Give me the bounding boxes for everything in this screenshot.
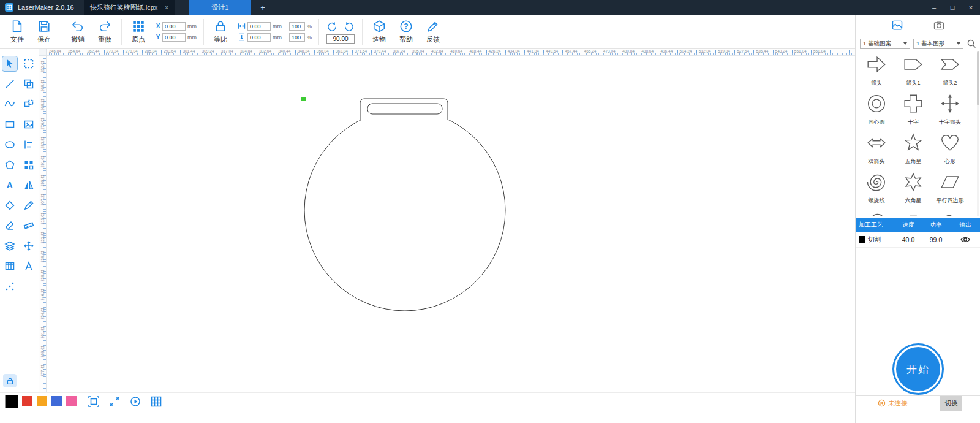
height-input[interactable]	[247, 33, 271, 42]
camera-icon[interactable]	[932, 19, 946, 31]
width-percent-input[interactable]	[289, 22, 305, 31]
file-label: 文件	[10, 35, 24, 44]
h-ruler-label: 535.44	[756, 49, 768, 53]
rotate-cw-icon[interactable]	[343, 20, 355, 32]
minimize-button[interactable]: –	[925, 0, 943, 15]
curve-tool[interactable]	[2, 97, 17, 112]
line-tool[interactable]	[2, 77, 17, 91]
create-button[interactable]: 造物	[366, 20, 393, 44]
shape-item-五角星[interactable]: 五角星	[895, 130, 932, 169]
image-tool[interactable]	[21, 117, 36, 132]
process-speed[interactable]: 40.0	[895, 236, 922, 243]
rect-tool[interactable]	[2, 117, 17, 132]
color-swatch[interactable]	[6, 395, 18, 408]
shape-item-箭头2[interactable]: 箭头2	[932, 51, 968, 91]
scatter-tool[interactable]	[2, 279, 17, 294]
edit-node-tool[interactable]	[21, 198, 36, 213]
search-icon[interactable]	[967, 39, 976, 48]
table-tool[interactable]	[2, 259, 17, 273]
shape-item-心形[interactable]: 心形	[932, 130, 968, 169]
eraser-tool[interactable]	[2, 218, 17, 233]
new-tab-button[interactable]: +	[260, 3, 265, 12]
rotation-input[interactable]	[326, 34, 355, 44]
save-button[interactable]: 保存	[31, 20, 58, 44]
shape-item-同心圆[interactable]: 同心圆	[858, 91, 895, 130]
design-canvas[interactable]	[47, 56, 855, 392]
x-position-input[interactable]	[162, 22, 186, 31]
simulate-icon[interactable]	[129, 395, 141, 408]
titlebar: LaserMaker 2.0.16 快乐骑行奖牌图纸.lcpx × 设计1 + …	[0, 0, 980, 15]
frame-icon[interactable]	[88, 395, 100, 408]
file-button[interactable]: 文件	[4, 20, 31, 44]
shape-item-箭头1[interactable]: 箭头1	[895, 51, 932, 91]
redo-button[interactable]: 重做	[91, 20, 118, 44]
ellipse-tool[interactable]	[2, 137, 17, 152]
fit-view-icon[interactable]	[108, 395, 121, 408]
h-ruler-label: 348.24	[298, 49, 310, 53]
help-button[interactable]: ? 帮助	[393, 20, 420, 44]
width-percent-label: %	[307, 23, 312, 29]
start-button[interactable]: 开始	[892, 343, 944, 395]
move-tool[interactable]	[21, 238, 36, 253]
color-swatch[interactable]	[22, 396, 32, 406]
plot-tool[interactable]	[21, 259, 36, 273]
shape-item-六角星[interactable]: 六角星	[895, 169, 932, 208]
shape-item-螺旋线[interactable]: 螺旋线	[858, 169, 895, 208]
tab-design1[interactable]: 设计1	[189, 0, 251, 15]
shape-category-dropdown[interactable]: 1.基本图形	[913, 39, 963, 49]
polygon-tool[interactable]	[2, 158, 17, 172]
offset-tool[interactable]	[21, 77, 36, 91]
shape-item[interactable]	[932, 208, 968, 216]
process-table-row[interactable]: 切割 40.0 99.0	[856, 232, 980, 248]
v-ruler-label: 291.61	[40, 152, 45, 172]
tab-document[interactable]: 快乐骑行奖牌图纸.lcpx ×	[84, 0, 175, 15]
text-tool[interactable]: A	[2, 178, 17, 192]
height-percent-input[interactable]	[289, 33, 305, 42]
output-toggle[interactable]	[950, 235, 980, 245]
medal-shape[interactable]	[47, 56, 855, 392]
color-swatch[interactable]	[51, 396, 62, 406]
width-input[interactable]	[247, 22, 271, 31]
align-tool[interactable]	[21, 137, 36, 152]
process-color-swatch[interactable]	[859, 236, 865, 243]
close-button[interactable]: ×	[962, 0, 980, 15]
shape-item-十字[interactable]: 十字	[895, 91, 932, 130]
canvas-lock-button[interactable]	[3, 374, 17, 387]
color-swatch[interactable]	[66, 396, 77, 406]
shape-item-平行四边形[interactable]: 平行四边形	[932, 169, 968, 208]
process-power[interactable]: 99.0	[922, 236, 950, 243]
origin-button[interactable]: 原点	[125, 20, 152, 44]
shapes-scrollbar[interactable]	[977, 51, 979, 216]
trapezoid-icon	[903, 211, 924, 216]
v-ruler-label: 322.81	[40, 228, 45, 248]
group-tool[interactable]	[21, 97, 36, 112]
marquee-select-tool[interactable]	[21, 56, 36, 71]
shape-item[interactable]	[858, 208, 895, 216]
proportional-lock-button[interactable]: 等比	[207, 20, 234, 44]
tab-close-icon[interactable]: ×	[165, 4, 168, 11]
diamond-tool[interactable]	[2, 198, 17, 213]
scrollbar-thumb[interactable]	[977, 51, 979, 105]
shape-item-十字箭头[interactable]: 十字箭头	[932, 91, 968, 130]
mirror-tool[interactable]	[21, 178, 36, 192]
shape-item-箭头[interactable]: 箭头	[858, 51, 895, 91]
undo-icon	[71, 20, 85, 33]
measure-tool[interactable]	[21, 218, 36, 233]
h-ruler-label: 309.24	[202, 49, 214, 53]
rotate-ccw-icon[interactable]	[326, 20, 338, 32]
maximize-button[interactable]: □	[943, 0, 962, 15]
switch-device-button[interactable]: 切换	[940, 396, 962, 411]
grid-view-icon[interactable]	[150, 395, 162, 408]
h-ruler-label: 332.64	[259, 49, 271, 53]
undo-button[interactable]: 撤销	[64, 20, 91, 44]
layers-tool[interactable]	[2, 238, 17, 253]
library-dropdown[interactable]: 1.基础图案	[860, 39, 910, 49]
select-tool[interactable]	[2, 56, 17, 71]
array-tool[interactable]	[21, 158, 36, 172]
shape-item[interactable]	[895, 208, 932, 216]
y-position-input[interactable]	[162, 33, 186, 42]
feedback-button[interactable]: 反馈	[420, 20, 447, 44]
library-icon[interactable]	[891, 19, 904, 31]
shape-item-双箭头[interactable]: 双箭头	[858, 130, 895, 169]
color-swatch[interactable]	[37, 396, 47, 406]
